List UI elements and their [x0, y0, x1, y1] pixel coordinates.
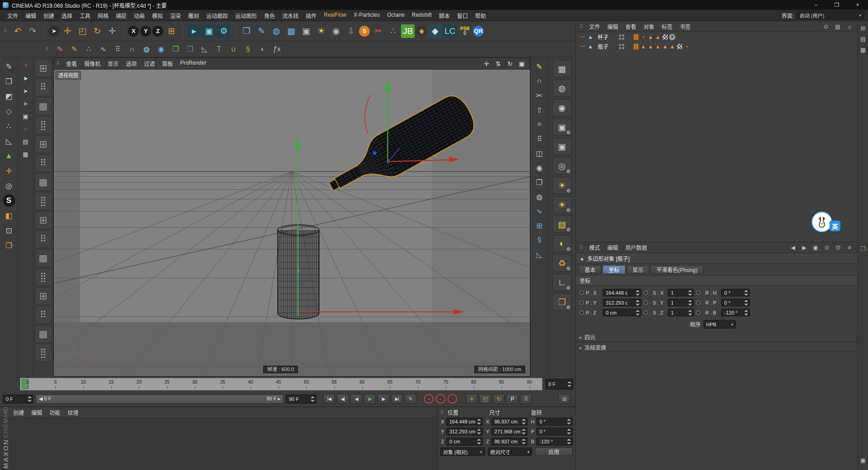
phong-tag[interactable]: ▲: [655, 34, 661, 40]
edge-mode-icon[interactable]: ◺: [3, 135, 15, 147]
polygon-mode-icon[interactable]: ▲: [3, 150, 15, 162]
last-tool-icon[interactable]: ✛: [105, 24, 119, 38]
octane-icon[interactable]: ◉: [416, 26, 427, 37]
menubar-item-17[interactable]: X-Particles: [350, 11, 383, 20]
sky-object-icon[interactable]: ◍: [552, 80, 571, 97]
menubar-item-2[interactable]: 创建: [40, 11, 58, 20]
viewport-solo-icon[interactable]: ◎: [3, 179, 15, 192]
preset-tile-15-icon[interactable]: ▦: [35, 325, 52, 343]
menubar-item-19[interactable]: Redshift: [408, 11, 435, 20]
timeline-ruler[interactable]: 051015202530354045505560657075808590: [20, 378, 542, 390]
move-icon[interactable]: ✛: [61, 24, 74, 38]
point-mode-icon[interactable]: ∴: [3, 120, 15, 132]
menubar-item-3[interactable]: 选择: [58, 11, 76, 20]
position-z-input[interactable]: 0 cm: [446, 437, 483, 446]
coord-system-icon[interactable]: ⊞: [165, 24, 178, 38]
psr-badge[interactable]: PSR0: [458, 24, 472, 38]
object-manager-grip[interactable]: [580, 24, 583, 29]
om-filter-icon[interactable]: ▤: [834, 23, 842, 31]
viewport-grip[interactable]: [57, 61, 60, 66]
rotation-h-input[interactable]: 0 °: [536, 418, 573, 426]
toolbar-grip[interactable]: [4, 28, 7, 33]
rotation-b-input[interactable]: -120 °: [536, 437, 573, 446]
order-select[interactable]: HPB: [703, 320, 736, 329]
ime-language-badge[interactable]: 英: [830, 221, 840, 231]
current-frame-field[interactable]: 0 F: [3, 395, 33, 404]
vp-orbit-icon[interactable]: ↻: [505, 59, 515, 69]
primitive-teapot-icon[interactable]: ∪: [227, 43, 239, 55]
realflow-icon[interactable]: S: [359, 26, 370, 37]
uvw-tag[interactable]: [662, 34, 668, 40]
menubar-item-1[interactable]: 编辑: [22, 11, 40, 20]
phong-tag[interactable]: ▲: [640, 43, 646, 50]
apply-button[interactable]: 应用: [535, 447, 573, 456]
recycle-icon[interactable]: ♻: [552, 254, 571, 272]
help-icon[interactable]: ?: [20, 60, 31, 71]
texture-tag[interactable]: [633, 43, 639, 50]
cursor-b-icon[interactable]: ➤: [20, 85, 31, 96]
p-y-input[interactable]: 312.293 c: [603, 299, 642, 306]
ramp-icon[interactable]: ◺: [198, 43, 210, 55]
range-slider[interactable]: ◀ 0 F 90 F ▸: [36, 395, 283, 404]
rotation-p-input[interactable]: 0 °: [536, 428, 573, 436]
object-name[interactable]: 杯子: [596, 33, 613, 41]
ruler-frame-field[interactable]: 0 F: [545, 379, 573, 390]
key-circle-pz[interactable]: [580, 310, 584, 315]
tab-3[interactable]: 平滑着色(Phong): [651, 265, 703, 274]
vp-pan-icon[interactable]: ✛: [481, 59, 492, 69]
add-cube-icon[interactable]: ❒: [240, 24, 253, 38]
mat-menu-item-0[interactable]: 创建: [9, 408, 28, 417]
om-search-icon[interactable]: ⊙: [822, 23, 830, 31]
r-p-input[interactable]: 0 °: [721, 299, 750, 306]
p-x-input[interactable]: 164.448 c: [603, 289, 642, 296]
texture-tag[interactable]: [633, 34, 639, 40]
preset-tile-1-icon[interactable]: ⊞: [35, 59, 52, 77]
coords-grip[interactable]: [440, 410, 445, 415]
om-home-icon[interactable]: ⌂: [845, 23, 854, 31]
undo-icon[interactable]: ↶: [11, 24, 24, 38]
preset-tile-14-icon[interactable]: ⠿: [35, 306, 52, 324]
phong-tag[interactable]: ▲: [647, 43, 654, 50]
menubar-item-12[interactable]: 运动图形: [231, 11, 260, 20]
menubar-item-0[interactable]: 文件: [4, 11, 22, 20]
preset-tile-9-icon[interactable]: ⊞: [35, 211, 52, 229]
om-menu-item-0[interactable]: 文件: [585, 22, 604, 31]
attr-next-icon[interactable]: ▶: [800, 244, 808, 252]
jawset-icon[interactable]: JB: [401, 24, 415, 38]
position-x-input[interactable]: 164.448 cm: [446, 418, 483, 426]
key-rotation-button[interactable]: ↻: [493, 394, 505, 404]
lock-workplane-icon[interactable]: ⊡: [3, 224, 15, 237]
texture-mode-icon[interactable]: ◩: [3, 90, 15, 103]
workplane-icon[interactable]: ◇: [3, 105, 15, 118]
visibility-dots[interactable]: [619, 34, 624, 40]
menubar-item-6[interactable]: 捕捉: [112, 11, 130, 20]
visibility-dots[interactable]: [619, 44, 624, 49]
rotate-icon[interactable]: ↻: [90, 24, 104, 38]
motion-system-button[interactable]: ▤: [558, 394, 570, 404]
select-box-icon[interactable]: ▣: [20, 111, 31, 122]
minimize-button[interactable]: –: [806, 0, 826, 10]
key-circle-sx[interactable]: [644, 291, 648, 295]
vp-menu-item-1[interactable]: 摄像机: [80, 59, 104, 68]
redo-icon[interactable]: ↷: [26, 24, 39, 38]
menubar-item-5[interactable]: 网格: [94, 11, 112, 20]
knife-tool-icon[interactable]: ✂: [533, 89, 546, 102]
xtag-tag[interactable]: ×: [669, 34, 675, 40]
om-menu-item-5[interactable]: 书签: [676, 22, 694, 31]
vp-menu-item-2[interactable]: 显示: [104, 59, 122, 68]
interface-select[interactable]: 启动 (用户): [797, 11, 864, 19]
coord-mode-select[interactable]: 对象 (相对): [440, 447, 485, 456]
dock-browser-icon[interactable]: ▤: [859, 35, 867, 43]
key-circle-rb[interactable]: [696, 310, 700, 315]
phong-tag[interactable]: ▲: [669, 43, 675, 50]
key-circle-rp[interactable]: [696, 301, 700, 305]
p-z-input[interactable]: 0 cm: [603, 309, 642, 316]
size-y-input[interactable]: 271.968 cm: [491, 428, 528, 436]
mini-grid-icon[interactable]: ▦: [20, 149, 31, 160]
goto-end-button[interactable]: ▶|: [391, 394, 403, 404]
wire-sphere-icon[interactable]: ◍: [141, 43, 152, 55]
ffd-deformer-icon[interactable]: ⊞: [533, 219, 546, 232]
om-menu-item-1[interactable]: 编辑: [604, 22, 622, 31]
bend-deformer-icon[interactable]: ∿: [533, 205, 546, 217]
spot-light-icon[interactable]: ☀: [552, 196, 571, 213]
